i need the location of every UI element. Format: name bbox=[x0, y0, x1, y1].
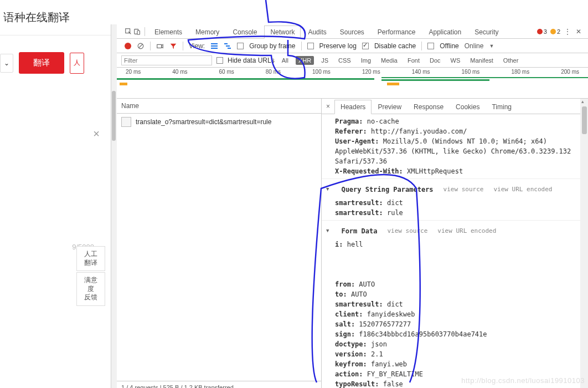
scrollbar[interactable] bbox=[111, 24, 117, 388]
device-icon[interactable] bbox=[133, 28, 141, 35]
detail-tab-headers[interactable]: Headers bbox=[334, 100, 372, 114]
svg-rect-10 bbox=[226, 45, 230, 47]
tab-console[interactable]: Console bbox=[226, 25, 263, 39]
close-icon[interactable]: × bbox=[93, 127, 100, 140]
view-url-encoded-link-2[interactable]: view URL encoded bbox=[437, 227, 496, 236]
filter-other[interactable]: Other bbox=[501, 56, 522, 65]
feedback-side-button[interactable]: 满意度 反馈 bbox=[76, 272, 105, 306]
clear-icon[interactable] bbox=[137, 42, 145, 50]
preserve-log-checkbox[interactable] bbox=[307, 43, 314, 49]
view-source-link-2[interactable]: view source bbox=[387, 227, 427, 236]
timeline-overview[interactable]: 20 ms 40 ms 60 ms 80 ms 100 ms 120 ms 14… bbox=[117, 68, 588, 99]
filter-ws[interactable]: WS bbox=[448, 56, 463, 65]
record-icon[interactable] bbox=[125, 43, 131, 49]
svg-rect-2 bbox=[137, 30, 140, 34]
error-count[interactable]: 3 bbox=[537, 28, 547, 35]
devtools-panel: Elements Memory Console Network Audits S… bbox=[111, 24, 588, 388]
detail-tabs: × Headers Preview Response Cookies Timin… bbox=[322, 99, 588, 114]
svg-rect-5 bbox=[157, 44, 162, 48]
close-devtools-icon[interactable]: ✕ bbox=[575, 28, 582, 35]
request-detail: × Headers Preview Response Cookies Timin… bbox=[322, 99, 588, 388]
preserve-log-label: Preserve log bbox=[319, 42, 357, 50]
request-row[interactable]: translate_o?smartresult=dict&smartresult… bbox=[117, 114, 321, 130]
file-icon bbox=[121, 117, 131, 127]
tab-security[interactable]: Security bbox=[468, 25, 504, 39]
request-name: translate_o?smartresult=dict&smartresult… bbox=[136, 118, 271, 126]
svg-rect-11 bbox=[228, 48, 231, 49]
filter-all[interactable]: All bbox=[279, 56, 291, 65]
detail-tab-preview[interactable]: Preview bbox=[372, 100, 408, 114]
query-string-params-header[interactable]: Query String Parameters view source view… bbox=[326, 181, 584, 198]
tab-audits[interactable]: Audits bbox=[302, 25, 332, 39]
filter-css[interactable]: CSS bbox=[336, 56, 354, 65]
tab-elements[interactable]: Elements bbox=[148, 25, 188, 39]
view-label: View: bbox=[189, 42, 205, 50]
app-sidebar: 语种在线翻译 ⌄ 翻译 人 × 9/5000 人工 翻译 满意度 反馈 bbox=[0, 0, 111, 388]
filter-media[interactable]: Media bbox=[378, 56, 400, 65]
group-by-frame-checkbox[interactable] bbox=[237, 43, 244, 49]
filter-font[interactable]: Font bbox=[405, 56, 422, 65]
more-icon[interactable]: ⋮ bbox=[564, 28, 571, 35]
scrollbar[interactable] bbox=[580, 99, 588, 388]
detail-tab-response[interactable]: Response bbox=[408, 100, 450, 114]
filter-js[interactable]: JS bbox=[318, 56, 331, 65]
hide-data-urls-checkbox[interactable] bbox=[216, 57, 223, 64]
tab-application[interactable]: Application bbox=[423, 25, 468, 39]
offline-label: Offline bbox=[440, 42, 458, 50]
tab-memory[interactable]: Memory bbox=[189, 25, 225, 39]
chevron-down-icon: ▼ bbox=[489, 43, 494, 49]
camera-icon[interactable] bbox=[156, 42, 164, 50]
disable-cache-label: Disable cache bbox=[374, 42, 416, 50]
group-by-frame-label: Group by frame bbox=[249, 42, 295, 50]
svg-line-4 bbox=[139, 44, 143, 48]
svg-rect-8 bbox=[211, 48, 218, 49]
offline-checkbox[interactable] bbox=[427, 43, 434, 49]
disable-cache-checkbox[interactable] bbox=[362, 43, 369, 49]
devtools-tabs: Elements Memory Console Network Audits S… bbox=[117, 24, 588, 39]
network-filter-row: Hide data URLs All XHR JS CSS Img Media … bbox=[117, 53, 588, 68]
filter-doc[interactable]: Doc bbox=[427, 56, 443, 65]
network-toolbar: View: Group by frame Preserve log Disabl… bbox=[117, 39, 588, 53]
translate-toolbar: ⌄ 翻译 人 bbox=[0, 35, 111, 74]
request-list: Name translate_o?smartresult=dict&smartr… bbox=[117, 99, 322, 388]
close-detail-icon[interactable]: × bbox=[322, 103, 334, 110]
chevron-down-icon: ⌄ bbox=[4, 59, 9, 67]
svg-rect-9 bbox=[224, 43, 228, 44]
watermark: http://blog.csdn.net/luosai19910103 bbox=[461, 376, 585, 385]
svg-rect-7 bbox=[211, 45, 218, 47]
lang-dropdown[interactable]: ⌄ bbox=[0, 54, 13, 73]
inspect-icon[interactable] bbox=[125, 28, 132, 35]
view-url-encoded-link[interactable]: view URL encoded bbox=[493, 185, 552, 195]
tab-sources[interactable]: Sources bbox=[334, 25, 370, 39]
view-source-link[interactable]: view source bbox=[443, 185, 484, 195]
filter-xhr[interactable]: XHR bbox=[296, 56, 314, 65]
warning-count[interactable]: 2 bbox=[550, 28, 560, 35]
form-data-header[interactable]: Form Data view source view URL encoded bbox=[326, 223, 584, 239]
svg-rect-6 bbox=[211, 43, 218, 44]
tab-network[interactable]: Network bbox=[264, 25, 301, 39]
human-translate-side-button[interactable]: 人工 翻译 bbox=[76, 246, 105, 271]
translate-button[interactable]: 翻译 bbox=[19, 52, 64, 74]
human-translate-button[interactable]: 人 bbox=[70, 53, 84, 74]
page-title: 语种在线翻译 bbox=[0, 0, 111, 35]
list-view-icon[interactable] bbox=[210, 42, 218, 50]
detail-tab-timing[interactable]: Timing bbox=[486, 100, 518, 114]
headers-body[interactable]: Pragma: no-cache Referer: http://fanyi.y… bbox=[322, 114, 588, 388]
hide-data-urls-label: Hide data URLs bbox=[228, 57, 275, 64]
tab-performance[interactable]: Performance bbox=[372, 25, 422, 39]
detail-tab-cookies[interactable]: Cookies bbox=[450, 100, 486, 114]
person-icon: 人 bbox=[74, 58, 80, 68]
side-buttons: 人工 翻译 满意度 反馈 bbox=[76, 246, 105, 307]
status-bar: 1 / 4 requests | 525 B / 1.2 KB transfer… bbox=[117, 381, 321, 388]
filter-manifest[interactable]: Manifest bbox=[467, 56, 496, 65]
filter-img[interactable]: Img bbox=[358, 56, 374, 65]
network-body: Name translate_o?smartresult=dict&smartr… bbox=[117, 99, 588, 388]
filter-icon[interactable] bbox=[169, 42, 177, 50]
throttling-select[interactable]: Online bbox=[465, 42, 484, 50]
filter-input[interactable] bbox=[121, 55, 212, 65]
waterfall-view-icon[interactable] bbox=[224, 42, 231, 50]
name-column-header[interactable]: Name bbox=[117, 99, 321, 114]
